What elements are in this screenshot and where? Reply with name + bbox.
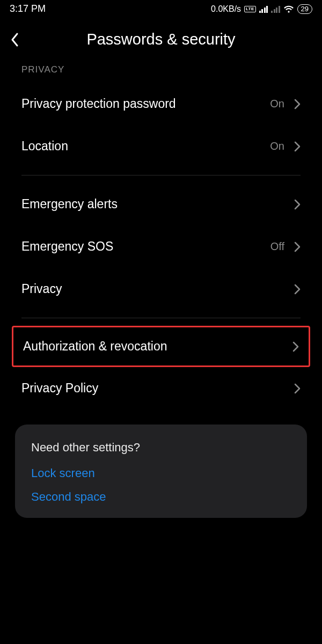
battery-indicator: 29	[297, 4, 312, 14]
volte-icon: LTE	[244, 6, 255, 12]
divider	[21, 318, 301, 318]
chevron-right-icon	[294, 199, 301, 210]
item-label: Emergency alerts	[21, 197, 294, 211]
item-label: Location	[21, 139, 270, 153]
signal-sim2-icon	[271, 5, 280, 13]
item-label: Emergency SOS	[21, 239, 270, 254]
page-header: Passwords & security	[0, 17, 322, 61]
item-value: Off	[270, 240, 284, 253]
link-lock-screen[interactable]: Lock screen	[31, 466, 291, 480]
other-settings-card: Need other settings? Lock screen Second …	[15, 425, 307, 518]
item-label: Privacy	[21, 282, 294, 296]
chevron-right-icon	[294, 241, 301, 252]
link-second-space[interactable]: Second space	[31, 490, 291, 504]
status-right: 0.0KB/s LTE 29	[211, 4, 312, 14]
settings-list: Privacy protection password On Location …	[0, 83, 322, 409]
status-bar: 3:17 PM 0.0KB/s LTE 29	[0, 0, 322, 17]
item-value: On	[270, 140, 284, 152]
chevron-right-icon	[292, 341, 299, 352]
chevron-right-icon	[294, 141, 301, 152]
item-privacy-policy[interactable]: Privacy Policy	[0, 367, 322, 409]
item-emergency-sos[interactable]: Emergency SOS Off	[0, 225, 322, 268]
signal-sim1-icon	[259, 5, 268, 13]
section-label-privacy: PRIVACY	[0, 61, 322, 83]
item-label: Privacy Policy	[21, 381, 294, 396]
item-privacy[interactable]: Privacy	[0, 268, 322, 310]
item-value: On	[270, 98, 284, 110]
page-title: Passwords & security	[10, 31, 312, 48]
status-time: 3:17 PM	[10, 3, 46, 14]
card-title: Need other settings?	[31, 441, 291, 455]
chevron-right-icon	[294, 284, 301, 295]
wifi-icon	[283, 5, 294, 13]
divider	[21, 175, 301, 175]
chevron-right-icon	[294, 383, 301, 394]
network-speed: 0.0KB/s	[211, 4, 241, 14]
item-label: Privacy protection password	[21, 97, 270, 111]
chevron-right-icon	[294, 99, 301, 109]
item-authorization-revocation[interactable]: Authorization & revocation	[12, 326, 310, 367]
item-emergency-alerts[interactable]: Emergency alerts	[0, 183, 322, 225]
item-privacy-protection-password[interactable]: Privacy protection password On	[0, 83, 322, 125]
item-location[interactable]: Location On	[0, 125, 322, 167]
item-label: Authorization & revocation	[23, 339, 292, 354]
